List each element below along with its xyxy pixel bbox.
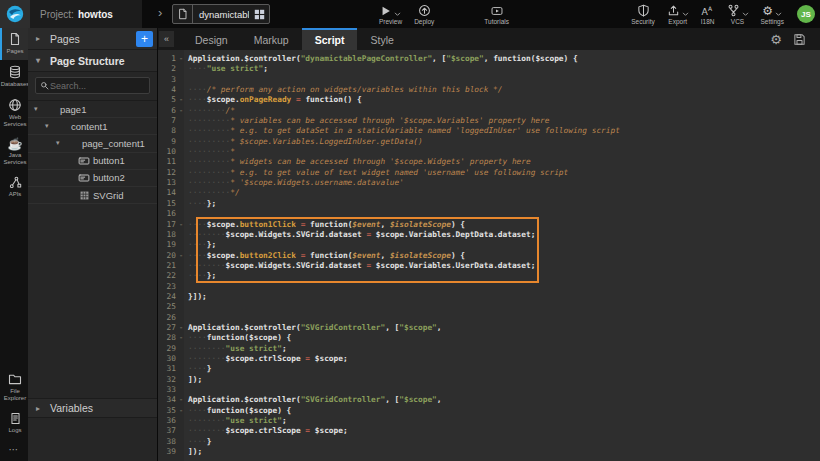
tree-item-SVGrid[interactable]: SVGrid — [28, 187, 157, 204]
fold-marker-icon[interactable]: - — [176, 220, 186, 230]
grid-icon — [79, 190, 90, 201]
code-line: 24}]); — [158, 292, 820, 302]
tab-markup[interactable]: Markup — [241, 28, 302, 50]
sidebar-item-logs[interactable]: Logs — [0, 408, 28, 439]
fold-marker-icon[interactable]: - — [176, 95, 186, 105]
svg-text:A: A — [708, 4, 713, 11]
fold-marker-icon[interactable]: - — [176, 333, 186, 343]
code-line: 35-····function($scope) { — [158, 406, 820, 416]
preview-button[interactable]: Preview — [373, 0, 408, 28]
page-selector-dropdown[interactable]: dynamictable — [172, 4, 270, 24]
line-number: 32 — [158, 375, 176, 385]
pages-panel: ▸ Pages + ▾ Page Structure ▾page1▾conten… — [28, 28, 158, 461]
sidebar-item-databases[interactable]: Databases — [0, 61, 28, 93]
code-line: 15····}; — [158, 199, 820, 209]
fold-spacer — [176, 354, 186, 364]
chevron-down-icon — [394, 12, 401, 17]
widget-tree: ▾page1▾content1▾page_content1button1butt… — [28, 101, 157, 204]
line-number: 31 — [158, 364, 176, 374]
deploy-button[interactable]: Deploy — [408, 0, 440, 28]
wavemaker-logo-icon — [5, 4, 25, 24]
java-services-icon: ☕ — [8, 138, 23, 150]
fold-marker-icon[interactable]: - — [176, 251, 186, 261]
code-line: 17-····$scope.button1Click = function($e… — [158, 220, 820, 230]
fold-marker-icon[interactable]: - — [176, 106, 186, 116]
line-number: 22 — [158, 271, 176, 281]
tutorials-button[interactable]: Tutorials — [478, 0, 515, 28]
gear-icon: ⚙ — [762, 5, 773, 17]
caret-down-icon[interactable]: ▾ — [45, 122, 55, 130]
file-explorer-icon — [8, 372, 22, 386]
save-icon[interactable] — [793, 33, 806, 46]
code-line: 12·········* e.g. to get value of text w… — [158, 168, 820, 178]
action-label: Deploy — [414, 18, 434, 25]
tab-script[interactable]: Script — [302, 28, 358, 50]
variables-section-header[interactable]: ▸ Variables — [28, 398, 157, 418]
fold-spacer — [176, 375, 186, 385]
sidebar-item-pages[interactable]: Pages — [0, 28, 28, 60]
code-line: 34-Application.$controller("SVGridContro… — [158, 395, 820, 405]
export-button[interactable]: Export — [661, 0, 695, 28]
chevron-down-icon — [742, 12, 749, 17]
tree-item-page1[interactable]: ▾page1 — [28, 101, 157, 118]
i18n-icon: AA — [701, 4, 714, 17]
i18n-button[interactable]: AAI18N — [695, 0, 721, 28]
sidebar-item-java-services[interactable]: ☕Java Services — [0, 134, 28, 171]
sidebar-item-apis[interactable]: APIs — [0, 172, 28, 203]
tab-style[interactable]: Style — [357, 28, 406, 50]
tree-item-button1[interactable]: button1 — [28, 153, 157, 170]
code-line: 39]); — [158, 447, 820, 457]
line-number: 21 — [158, 261, 176, 271]
fold-spacer — [176, 85, 186, 95]
fold-marker-icon[interactable]: - — [176, 323, 186, 333]
line-number: 25 — [158, 302, 176, 312]
wavemaker-logo[interactable] — [0, 0, 30, 28]
line-number: 37 — [158, 426, 176, 436]
tab-design[interactable]: Design — [182, 28, 241, 50]
chevron-right-icon: › — [158, 5, 162, 20]
pages-section-label: Pages — [50, 33, 80, 45]
code-line: 27-Application.$controller("SVGridContro… — [158, 323, 820, 333]
sidebar-item-file-explorer[interactable]: File Explorer — [0, 368, 28, 407]
action-label: Tutorials — [484, 18, 509, 25]
caret-down-icon[interactable]: ▾ — [34, 105, 44, 113]
vcs-button[interactable]: VCS — [721, 0, 755, 28]
editor-tab-bar: « DesignMarkupScriptStyle ⚙ — [158, 28, 820, 50]
user-avatar[interactable]: JS — [797, 5, 815, 23]
fold-marker-icon[interactable]: - — [176, 54, 186, 64]
project-name: howtos — [78, 9, 113, 20]
search-input[interactable] — [50, 81, 145, 91]
code-line: 33 — [158, 385, 820, 395]
variables-section-label: Variables — [50, 402, 93, 414]
sidebar-item-label: Pages — [6, 48, 23, 55]
line-number: 19 — [158, 240, 176, 250]
pages-section-header[interactable]: ▸ Pages + — [28, 28, 157, 50]
security-button[interactable]: Security — [625, 0, 660, 28]
action-label: Security — [631, 18, 654, 25]
fold-spacer — [176, 209, 186, 219]
code-editor[interactable]: 1-Application.$controller("dynamictableP… — [158, 50, 820, 461]
line-number: 14 — [158, 188, 176, 198]
line-number: 17 — [158, 220, 176, 230]
more-icon[interactable]: ⋯ — [0, 440, 28, 461]
settings-button[interactable]: ⚙Settings — [755, 0, 791, 28]
fold-spacer — [176, 447, 186, 457]
add-page-button[interactable]: + — [136, 31, 153, 47]
button-icon — [78, 155, 90, 167]
fold-marker-icon[interactable]: - — [176, 406, 186, 416]
fold-marker-icon[interactable]: - — [176, 395, 186, 405]
fold-spacer — [176, 364, 186, 374]
tree-item-button2[interactable]: button2 — [28, 170, 157, 187]
script-settings-gear-icon[interactable]: ⚙ — [770, 32, 782, 47]
fold-spacer — [176, 261, 186, 271]
tree-item-page_content1[interactable]: ▾page_content1 — [28, 135, 157, 152]
fold-spacer — [176, 137, 186, 147]
page-structure-header[interactable]: ▾ Page Structure — [28, 50, 157, 72]
collapse-panel-button[interactable]: « — [159, 31, 174, 47]
sidebar-item-label: APIs — [9, 191, 22, 198]
sidebar-item-web-services[interactable]: Web Services — [0, 94, 28, 133]
vcs-icon — [727, 4, 740, 17]
action-label: Preview — [379, 18, 402, 25]
caret-down-icon[interactable]: ▾ — [56, 139, 66, 147]
tree-item-content1[interactable]: ▾content1 — [28, 118, 157, 135]
